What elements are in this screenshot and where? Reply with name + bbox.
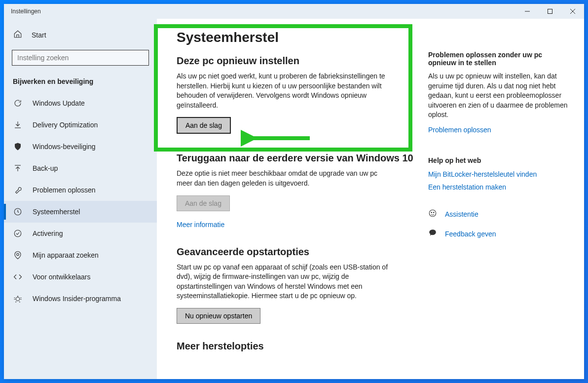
troubleshoot-link[interactable]: Problemen oplossen xyxy=(428,126,569,134)
content-area: Systeemherstel Deze pc opnieuw instellen… xyxy=(157,19,584,379)
sidebar-item-for-developers[interactable]: Voor ontwikkelaars xyxy=(4,266,157,288)
search-input[interactable] xyxy=(12,50,149,66)
sidebar-item-insider-program[interactable]: Windows Insider-programma xyxy=(4,288,157,309)
assist-icon xyxy=(428,209,437,220)
page-title: Systeemherstel xyxy=(177,30,417,45)
titlebar: Instellingen xyxy=(4,4,584,19)
svg-point-8 xyxy=(429,210,436,217)
sidebar-item-label: Activering xyxy=(33,230,63,237)
search-wrapper xyxy=(12,50,149,66)
sidebar-item-activation[interactable]: Activering xyxy=(4,223,157,244)
main-column: Systeemherstel Deze pc opnieuw instellen… xyxy=(157,19,423,379)
advanced-startup-text: Start uw pc op vanaf een apparaat of sch… xyxy=(177,263,394,301)
goback-button: Aan de slag xyxy=(177,195,230,211)
help-web-heading: Help op het web xyxy=(428,156,569,164)
recovery-icon xyxy=(13,207,23,216)
maximize-button[interactable] xyxy=(539,4,561,19)
sidebar-item-troubleshoot[interactable]: Problemen oplossen xyxy=(4,179,157,201)
bug-icon xyxy=(13,294,23,303)
svg-point-10 xyxy=(434,212,435,213)
sidebar: Start Bijwerken en beveiliging Windows U… xyxy=(4,19,157,379)
window-title: Instellingen xyxy=(11,8,41,15)
sidebar-item-label: Delivery Optimization xyxy=(33,121,98,129)
sidebar-item-label: Back-up xyxy=(33,164,58,172)
window-controls xyxy=(516,4,584,19)
sidebar-item-delivery-optimization[interactable]: Delivery Optimization xyxy=(4,114,157,136)
bitlocker-key-link[interactable]: Mijn BitLocker-herstelsleutel vinden xyxy=(428,170,569,178)
sidebar-item-windows-update[interactable]: Windows Update xyxy=(4,92,157,114)
svg-rect-7 xyxy=(16,297,20,301)
goback-text: Deze optie is niet meer beschikbaar omda… xyxy=(177,169,394,188)
upload-icon xyxy=(13,164,23,173)
download-icon xyxy=(13,120,23,129)
advanced-startup-heading: Geavanceerde opstartopties xyxy=(177,246,417,258)
sidebar-item-label: Mijn apparaat zoeken xyxy=(33,251,99,259)
settings-window: Instellingen Start Bijwerken xyxy=(4,4,584,379)
troubleshoot-aside-text: Als u uw pc opnieuw wilt instellen, kan … xyxy=(428,72,569,120)
sidebar-item-find-my-device[interactable]: Mijn apparaat zoeken xyxy=(4,244,157,266)
more-info-link[interactable]: Meer informatie xyxy=(177,221,224,229)
sidebar-item-recovery[interactable]: Systeemherstel xyxy=(4,201,157,223)
reset-pc-heading: Deze pc opnieuw instellen xyxy=(177,55,417,67)
reset-pc-text: Als uw pc niet goed werkt, kunt u prober… xyxy=(177,72,394,110)
restart-now-button[interactable]: Nu opnieuw opstarten xyxy=(177,308,260,324)
sidebar-item-label: Windows Update xyxy=(33,99,85,107)
svg-point-9 xyxy=(431,212,432,213)
recovery-drive-link[interactable]: Een herstelstation maken xyxy=(428,183,569,191)
sidebar-item-label: Voor ontwikkelaars xyxy=(33,273,91,281)
minimize-button[interactable] xyxy=(516,4,539,19)
troubleshoot-aside-heading: Problemen oplossen zonder uw pc opnieuw … xyxy=(428,51,569,67)
developer-icon xyxy=(13,272,23,281)
svg-point-5 xyxy=(14,230,21,237)
sidebar-item-label: Windows Insider-programma xyxy=(33,295,121,303)
shield-icon xyxy=(13,142,23,151)
sidebar-item-label: Systeemherstel xyxy=(33,208,80,216)
more-recovery-heading: Meer herstelopties xyxy=(177,341,417,352)
svg-rect-1 xyxy=(548,9,552,14)
reset-pc-button[interactable]: Aan de slag xyxy=(177,117,231,134)
sync-icon xyxy=(13,99,23,108)
aside-column: Problemen oplossen zonder uw pc opnieuw … xyxy=(423,19,584,379)
svg-point-6 xyxy=(17,253,19,256)
sidebar-item-backup[interactable]: Back-up xyxy=(4,157,157,179)
get-help-link[interactable]: Assistentie xyxy=(445,210,478,218)
home-label: Start xyxy=(32,31,46,39)
location-icon xyxy=(13,251,23,260)
check-circle-icon xyxy=(13,229,23,238)
wrench-icon xyxy=(13,186,23,194)
home-icon xyxy=(13,30,23,40)
category-header: Bijwerken en beveiliging xyxy=(4,73,157,92)
close-button[interactable] xyxy=(561,4,584,19)
feedback-icon xyxy=(428,229,437,239)
give-feedback-link[interactable]: Feedback geven xyxy=(445,230,496,238)
home-link[interactable]: Start xyxy=(4,25,157,45)
sidebar-item-windows-security[interactable]: Windows-beveiliging xyxy=(4,136,157,157)
sidebar-item-label: Problemen oplossen xyxy=(33,186,96,194)
sidebar-item-label: Windows-beveiliging xyxy=(33,143,96,151)
goback-heading: Teruggaan naar de eerdere versie van Win… xyxy=(177,153,417,164)
